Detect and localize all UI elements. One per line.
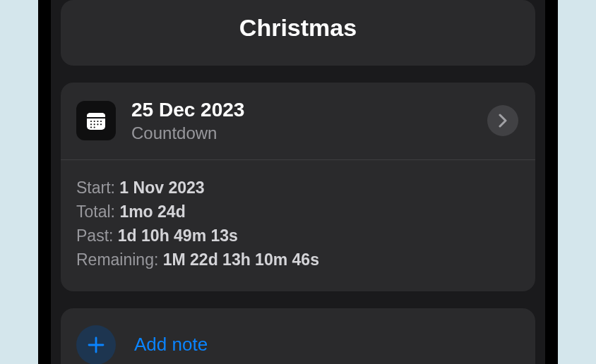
stat-past-value: 1d 10h 49m 13s (118, 226, 238, 245)
add-note-card[interactable]: Add note (61, 308, 535, 364)
countdown-label: Countdown (131, 122, 487, 144)
svg-point-4 (94, 121, 95, 122)
svg-point-6 (100, 121, 102, 122)
phone-frame: Christmas (38, 0, 558, 364)
countdown-header-row[interactable]: 25 Dec 2023 Countdown (61, 83, 535, 159)
phone-screen: Christmas (51, 0, 545, 364)
stat-total: Total: 1mo 24d (76, 200, 520, 224)
svg-point-9 (97, 124, 98, 126)
chevron-right-icon[interactable] (487, 105, 518, 136)
stat-remaining-label: Remaining: (76, 250, 158, 269)
plus-icon[interactable] (76, 325, 116, 364)
title-card: Christmas (61, 0, 535, 66)
svg-point-10 (100, 124, 102, 126)
stat-past: Past: 1d 10h 49m 13s (76, 224, 520, 248)
svg-point-11 (90, 127, 92, 128)
svg-point-3 (90, 121, 92, 122)
stat-start-value: 1 Nov 2023 (119, 178, 204, 197)
countdown-date: 25 Dec 2023 (131, 98, 487, 122)
svg-point-12 (94, 127, 95, 128)
stat-remaining-value: 1M 22d 13h 10m 46s (163, 250, 319, 269)
calendar-icon (76, 101, 116, 140)
stat-past-label: Past: (76, 226, 113, 245)
countdown-card: 25 Dec 2023 Countdown Start: 1 Nov 2023 … (61, 83, 535, 291)
svg-point-8 (94, 124, 95, 126)
countdown-text-block: 25 Dec 2023 Countdown (131, 98, 487, 144)
svg-point-5 (97, 121, 98, 122)
stat-total-label: Total: (76, 202, 115, 221)
stat-remaining: Remaining: 1M 22d 13h 10m 46s (76, 248, 520, 272)
page-title: Christmas (61, 14, 535, 42)
svg-point-7 (90, 124, 92, 126)
stats-block: Start: 1 Nov 2023 Total: 1mo 24d Past: 1… (61, 160, 535, 291)
stat-start-label: Start: (76, 178, 115, 197)
svg-rect-2 (87, 117, 105, 119)
stat-total-value: 1mo 24d (119, 202, 185, 221)
stat-start: Start: 1 Nov 2023 (76, 176, 520, 200)
add-note-label: Add note (134, 334, 208, 356)
